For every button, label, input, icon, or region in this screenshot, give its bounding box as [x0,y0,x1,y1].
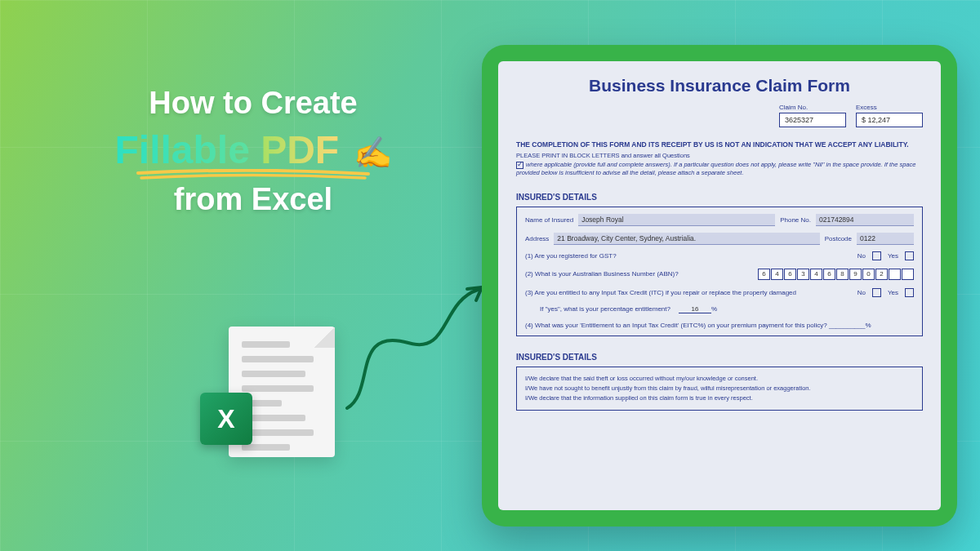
excess-input[interactable]: $ 12,247 [856,113,923,127]
insured-details-box: Name of Insured Joseph Royal Phone No. 0… [516,207,923,336]
q1-text: (1) Are you registered for GST? [525,252,858,260]
phone-input[interactable]: 021742894 [816,214,914,226]
postcode-input[interactable]: 0122 [857,233,914,245]
underline-decoration [135,169,372,180]
yes-label-3: Yes [888,289,898,296]
top-fields-row: Claim No. 3625327 Excess $ 12,247 [516,104,923,127]
claim-no-input[interactable]: 3625327 [779,113,846,127]
q3-text: (3) Are you entitled to any Input Tax Cr… [525,289,858,296]
postcode-label: Postcode [825,235,852,242]
q1-yes-checkbox[interactable] [905,251,914,260]
title-block: How to Create Fillable PDF ✍️ from Excel [74,86,433,217]
title-pdf: PDF [261,128,339,171]
excess-label: Excess [856,104,923,111]
declaration-2: I/We have not sought to benefit unjustly… [525,384,914,393]
q4-text: (4) What was your 'Entitlement to an Inp… [525,322,914,329]
title-line-3: from Excel [74,182,433,217]
section-header-insured: INSURED'S DETAILS [516,193,923,202]
instruction-2: where applicable (provide full and compl… [516,161,923,176]
declaration-box: I/We declare that the said theft or loss… [516,367,923,411]
name-input[interactable]: Joseph Royal [578,214,775,226]
q1-no-checkbox[interactable] [872,251,881,260]
writing-hand-icon: ✍️ [354,136,392,170]
excel-icon: X [200,393,252,445]
abn-boxes[interactable]: 6463468902 [758,269,914,280]
address-input[interactable]: 21 Broadway, City Center, Sydney, Austri… [554,233,819,245]
q3-percentage-input[interactable]: 16 [679,305,711,313]
title-line-2: Fillable PDF ✍️ [114,127,391,172]
instruction-bold: THE COMPLETION OF THIS FORM AND ITS RECE… [516,140,923,149]
pdf-form-content: Business Insurance Claim Form Claim No. … [498,61,941,510]
no-label-3: No [858,289,866,296]
q2-text: (2) What is your Australian Business Num… [525,270,758,278]
address-label: Address [525,235,549,242]
name-label: Name of Insured [525,216,573,224]
section-header-declaration: INSURED'S DETAILS [516,353,923,362]
yes-label-1: Yes [888,252,898,260]
no-label-1: No [858,252,866,260]
arrow-icon [327,278,490,424]
declaration-3: I/We declare that the information suppli… [525,393,914,403]
pdf-form-card: Business Insurance Claim Form Claim No. … [482,45,957,527]
q3b-text: If "yes", what is your percentage entitl… [540,305,670,313]
form-title: Business Insurance Claim Form [516,76,923,96]
title-line-1: How to Create [74,86,433,121]
excel-document-illustration: X [229,327,335,457]
phone-label: Phone No. [780,216,811,224]
title-fillable: Fillable [114,128,249,171]
q3-yes-checkbox[interactable] [905,288,914,297]
q3-no-checkbox[interactable] [872,288,881,297]
checkmark-icon [516,162,523,169]
instruction-1: PLEASE PRINT IN BLOCK LETTERS and answer… [516,152,923,159]
declaration-1: I/We declare that the said theft or loss… [525,374,914,384]
excel-letter: X [217,404,234,434]
claim-no-label: Claim No. [779,104,846,111]
